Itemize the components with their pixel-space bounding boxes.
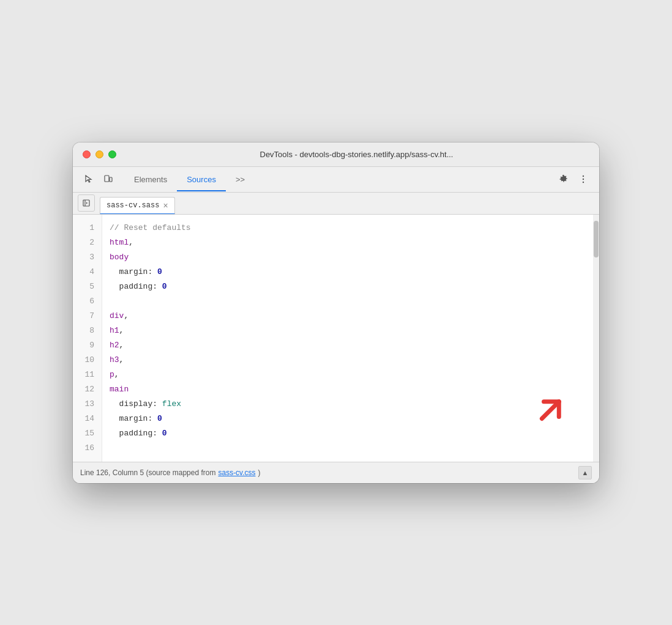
line-num-13: 13 — [73, 397, 102, 412]
code-line-12: main — [110, 382, 586, 397]
elements-tab[interactable]: Elements — [124, 169, 177, 191]
line-num-7: 7 — [73, 309, 102, 324]
code-line-8: h1, — [110, 324, 586, 338]
line-num-3: 3 — [73, 250, 102, 265]
line-num-10: 10 — [73, 353, 102, 368]
code-line-4: margin: 0 — [110, 265, 586, 279]
device-icon[interactable] — [100, 171, 117, 188]
line-num-6: 6 — [73, 294, 102, 309]
status-bar: Line 126, Column 5 (source mapped from s… — [73, 462, 599, 483]
inspect-icon[interactable] — [80, 171, 97, 188]
code-line-11: p, — [110, 368, 586, 382]
line-num-9: 9 — [73, 338, 102, 353]
toolbar: Elements Sources >> — [73, 167, 599, 193]
code-line-1: // Reset defaults — [110, 221, 586, 235]
code-content[interactable]: // Reset defaults html, body margin: 0 p… — [102, 215, 593, 462]
title-bar: DevTools - devtools-dbg-stories.netlify.… — [73, 142, 599, 167]
code-line-9: h2, — [110, 338, 586, 353]
tab-list: Elements Sources >> — [124, 168, 255, 191]
code-line-13: display: flex — [110, 397, 586, 412]
sources-tab[interactable]: Sources — [177, 169, 226, 191]
code-editor[interactable]: 1 2 3 4 5 6 7 8 9 10 11 12 13 14 15 16 /… — [73, 215, 599, 462]
code-line-10: h3, — [110, 353, 586, 368]
code-line-15: padding: 0 — [110, 426, 586, 441]
more-icon[interactable] — [575, 171, 592, 188]
code-line-14: margin: 0 — [110, 412, 586, 426]
code-line-5: padding: 0 — [110, 279, 586, 294]
status-text-suffix: ) — [258, 468, 261, 477]
line-num-12: 12 — [73, 382, 102, 397]
status-text-prefix: Line 126, Column 5 (source mapped from — [80, 468, 215, 477]
window-title: DevTools - devtools-dbg-stories.netlify.… — [124, 150, 589, 159]
line-num-14: 14 — [73, 412, 102, 426]
devtools-window: DevTools - devtools-dbg-stories.netlify.… — [73, 142, 599, 483]
line-num-2: 2 — [73, 235, 102, 250]
svg-point-4 — [583, 182, 584, 183]
code-line-16 — [110, 441, 586, 456]
svg-rect-1 — [110, 177, 112, 182]
status-btn-expand[interactable]: ▲ — [578, 466, 592, 479]
panel-toggle[interactable] — [78, 194, 95, 212]
svg-point-3 — [583, 179, 584, 180]
code-area-wrapper: 1 2 3 4 5 6 7 8 9 10 11 12 13 14 15 16 /… — [73, 215, 599, 462]
svg-marker-7 — [86, 202, 88, 204]
scrollbar[interactable] — [593, 215, 599, 462]
code-line-7: div, — [110, 309, 586, 324]
settings-icon[interactable] — [555, 171, 572, 188]
code-line-6 — [110, 294, 586, 309]
maximize-button[interactable] — [108, 150, 116, 158]
scrollbar-thumb[interactable] — [594, 221, 599, 257]
file-tab-close[interactable]: × — [163, 201, 168, 210]
more-tabs[interactable]: >> — [226, 169, 255, 191]
line-num-8: 8 — [73, 324, 102, 338]
line-numbers: 1 2 3 4 5 6 7 8 9 10 11 12 13 14 15 16 — [73, 215, 102, 462]
status-link[interactable]: sass-cv.css — [218, 468, 255, 477]
svg-rect-0 — [105, 176, 109, 182]
close-button[interactable] — [83, 150, 91, 158]
line-num-11: 11 — [73, 368, 102, 382]
status-bar-right: ▲ — [578, 466, 592, 479]
minimize-button[interactable] — [95, 150, 103, 158]
line-num-5: 5 — [73, 279, 102, 294]
svg-point-2 — [583, 176, 584, 177]
line-num-1: 1 — [73, 221, 102, 235]
line-num-15: 15 — [73, 426, 102, 441]
code-line-3: body — [110, 250, 586, 265]
file-tab-name: sass-cv.sass — [106, 201, 159, 210]
line-num-16: 16 — [73, 441, 102, 456]
file-tab-sass-cv[interactable]: sass-cv.sass × — [100, 197, 175, 214]
traffic-lights — [83, 150, 116, 158]
line-num-4: 4 — [73, 265, 102, 279]
toolbar-right — [555, 171, 592, 188]
code-line-2: html, — [110, 235, 586, 250]
file-tab-bar: sass-cv.sass × — [73, 193, 599, 215]
